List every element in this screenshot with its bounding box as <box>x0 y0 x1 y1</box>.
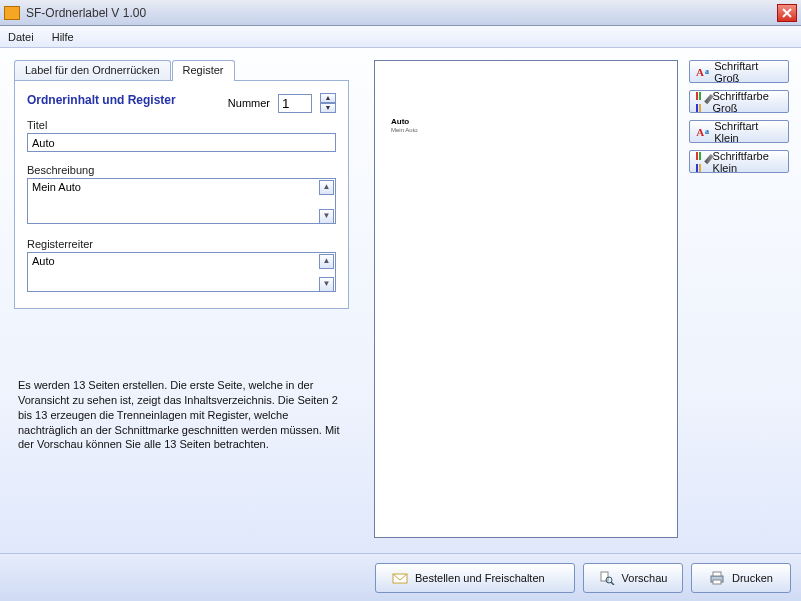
preview-page: Auto Mein Auto <box>374 60 678 538</box>
left-panel: Label für den Ordnerrücken Register Ordn… <box>14 60 349 310</box>
menu-help[interactable]: Hilfe <box>52 31 74 43</box>
color-small-label: Schriftfarbe Klein <box>713 150 782 174</box>
desc-scroll: ▲ ▼ <box>319 180 334 224</box>
font-icon: Aa <box>696 126 709 138</box>
print-label: Drucken <box>732 572 773 584</box>
number-field[interactable] <box>278 94 312 113</box>
color-large-button[interactable]: Schriftfarbe Groß <box>689 90 789 113</box>
regtab-label: Registerreiter <box>27 238 336 250</box>
order-button[interactable]: Bestellen und Freischalten <box>375 563 575 593</box>
preview-label: Vorschau <box>622 572 668 584</box>
magnifier-icon <box>599 571 615 585</box>
font-large-label: Schriftart Groß <box>714 60 782 84</box>
preview-desc: Mein Auto <box>391 127 661 133</box>
tab-body: Ordnerinhalt und Register Nummer ▲ ▼ Tit… <box>14 80 349 309</box>
desc-scroll-up[interactable]: ▲ <box>319 180 334 195</box>
envelope-icon <box>392 571 408 585</box>
regtab-scroll: ▲ ▼ <box>319 254 334 292</box>
color-icon <box>696 156 708 168</box>
window-title: SF-Ordnerlabel V 1.00 <box>26 6 777 20</box>
desc-label: Beschreibung <box>27 164 336 176</box>
form-heading: Ordnerinhalt und Register <box>27 93 176 107</box>
bottom-bar: Bestellen und Freischalten Vorschau Druc… <box>0 553 801 601</box>
preview-title: Auto <box>391 117 661 126</box>
svg-line-3 <box>611 582 614 585</box>
font-large-button[interactable]: Aa Schriftart Groß <box>689 60 789 83</box>
menu-bar: Datei Hilfe <box>0 26 801 48</box>
regtab-scroll-down[interactable]: ▼ <box>319 277 334 292</box>
preview-button[interactable]: Vorschau <box>583 563 683 593</box>
print-button[interactable]: Drucken <box>691 563 791 593</box>
info-text: Es werden 13 Seiten erstellen. Die erste… <box>18 378 348 452</box>
spinner-down[interactable]: ▼ <box>320 103 336 113</box>
close-button[interactable] <box>777 4 797 22</box>
font-small-label: Schriftart Klein <box>714 120 782 144</box>
font-icon: Aa <box>696 66 709 78</box>
svg-rect-1 <box>601 572 608 581</box>
app-icon <box>4 6 20 20</box>
font-small-button[interactable]: Aa Schriftart Klein <box>689 120 789 143</box>
right-buttons: Aa Schriftart Groß Schriftfarbe Groß Aa … <box>689 60 789 173</box>
tab-label-back[interactable]: Label für den Ordnerrücken <box>14 60 171 81</box>
printer-icon <box>709 571 725 585</box>
number-label: Nummer <box>228 97 270 109</box>
title-input[interactable] <box>27 133 336 152</box>
color-icon <box>696 96 708 108</box>
title-bar: SF-Ordnerlabel V 1.00 <box>0 0 801 26</box>
desc-textarea[interactable] <box>27 178 336 224</box>
regtab-scroll-up[interactable]: ▲ <box>319 254 334 269</box>
client-area: Label für den Ordnerrücken Register Ordn… <box>0 48 801 553</box>
svg-rect-6 <box>713 580 721 584</box>
menu-file[interactable]: Datei <box>8 31 34 43</box>
number-spinner: ▲ ▼ <box>320 93 336 113</box>
color-small-button[interactable]: Schriftfarbe Klein <box>689 150 789 173</box>
desc-scroll-down[interactable]: ▼ <box>319 209 334 224</box>
svg-rect-5 <box>713 572 721 576</box>
color-large-label: Schriftfarbe Groß <box>713 90 782 114</box>
title-label: Titel <box>27 119 336 131</box>
spinner-up[interactable]: ▲ <box>320 93 336 103</box>
regtab-textarea[interactable] <box>27 252 336 292</box>
tab-register[interactable]: Register <box>172 60 235 81</box>
order-label: Bestellen und Freischalten <box>415 572 545 584</box>
tab-row: Label für den Ordnerrücken Register <box>14 60 349 81</box>
